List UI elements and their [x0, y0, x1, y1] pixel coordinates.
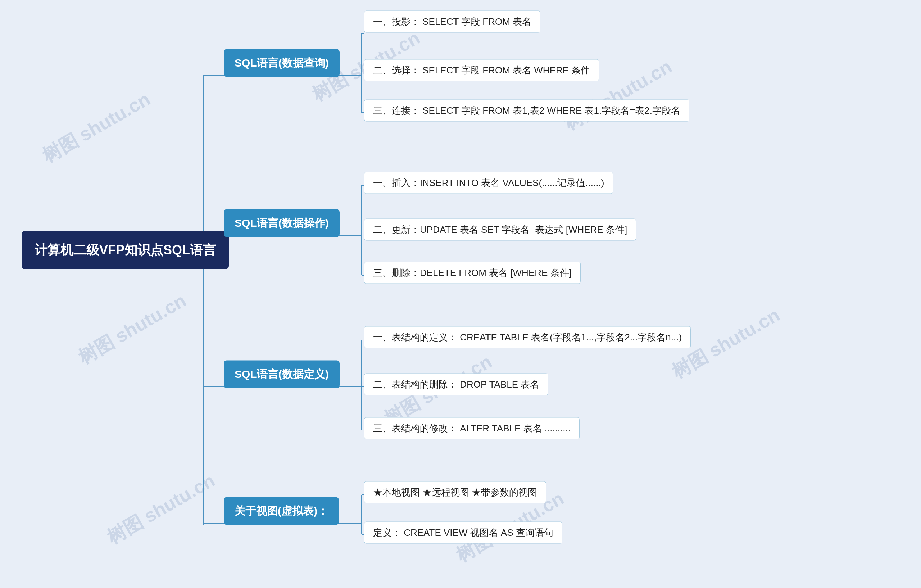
watermark-1: 树图 shutu.cn [38, 87, 155, 169]
branch-sql-query-label: SQL语言(数据查询) [234, 57, 329, 69]
leaf-def-2-label: 二、表结构的删除： DROP TABLE 表名 [373, 379, 539, 390]
leaf-op-2: 二、更新：UPDATE 表名 SET 字段名=表达式 [WHERE 条件] [364, 219, 636, 241]
leaf-def-1-label: 一、表结构的定义： CREATE TABLE 表名(字段名1...,字段名2..… [373, 332, 682, 342]
leaf-view-2-label: 定义： CREATE VIEW 视图名 AS 查询语句 [373, 527, 553, 538]
branch-sql-query: SQL语言(数据查询) [224, 49, 340, 77]
leaf-def-3: 三、表结构的修改： ALTER TABLE 表名 .......... [364, 417, 579, 440]
leaf-query-2: 二、选择： SELECT 字段 FROM 表名 WHERE 条件 [364, 59, 599, 81]
root-node: 计算机二级VFP知识点SQL语言 [21, 231, 229, 269]
leaf-view-1-label: ★本地视图 ★远程视图 ★带参数的视图 [373, 487, 537, 498]
leaf-view-1: ★本地视图 ★远程视图 ★带参数的视图 [364, 482, 546, 503]
leaf-query-1: 一、投影： SELECT 字段 FROM 表名 [364, 11, 540, 33]
leaf-def-1: 一、表结构的定义： CREATE TABLE 表名(字段名1...,字段名2..… [364, 326, 691, 349]
watermark-7: 树图 shutu.cn [103, 468, 220, 550]
mind-map: 树图 shutu.cn 树图 shutu.cn 树图 shutu.cn 树图 s… [0, 0, 921, 588]
leaf-def-2: 二、表结构的删除： DROP TABLE 表名 [364, 373, 548, 396]
branch-sql-op-label: SQL语言(数据操作) [234, 217, 329, 229]
leaf-op-3: 三、删除：DELETE FROM 表名 [WHERE 条件] [364, 262, 581, 284]
leaf-query-2-label: 二、选择： SELECT 字段 FROM 表名 WHERE 条件 [373, 65, 590, 76]
branch-sql-op: SQL语言(数据操作) [224, 209, 340, 237]
branch-sql-view: 关于视图(虚拟表)： [224, 497, 339, 525]
leaf-op-1: 一、插入：INSERT INTO 表名 VALUES(......记录值....… [364, 172, 613, 194]
leaf-query-3-label: 三、连接： SELECT 字段 FROM 表1,表2 WHERE 表1.字段名=… [373, 105, 680, 116]
leaf-def-3-label: 三、表结构的修改： ALTER TABLE 表名 .......... [373, 423, 571, 433]
leaf-query-3: 三、连接： SELECT 字段 FROM 表1,表2 WHERE 表1.字段名=… [364, 100, 689, 122]
leaf-view-2: 定义： CREATE VIEW 视图名 AS 查询语句 [364, 522, 562, 544]
branch-sql-view-label: 关于视图(虚拟表)： [234, 505, 328, 517]
leaf-op-1-label: 一、插入：INSERT INTO 表名 VALUES(......记录值....… [373, 178, 604, 188]
leaf-query-1-label: 一、投影： SELECT 字段 FROM 表名 [373, 16, 531, 27]
leaf-op-3-label: 三、删除：DELETE FROM 表名 [WHERE 条件] [373, 267, 572, 278]
root-label: 计算机二级VFP知识点SQL语言 [34, 243, 216, 257]
branch-sql-def: SQL语言(数据定义) [224, 361, 340, 388]
watermark-4: 树图 shutu.cn [74, 288, 191, 370]
branch-sql-def-label: SQL语言(数据定义) [234, 368, 329, 380]
leaf-op-2-label: 二、更新：UPDATE 表名 SET 字段名=表达式 [WHERE 条件] [373, 224, 627, 235]
